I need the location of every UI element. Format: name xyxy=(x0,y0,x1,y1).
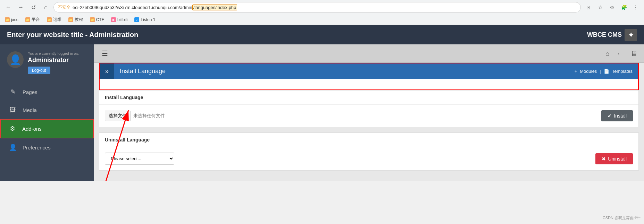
bookmark-label: 运维 xyxy=(53,17,61,23)
modules-icon: + xyxy=(575,69,577,74)
security-icon: 不安全 xyxy=(58,5,70,10)
bookmark-platform[interactable]: 📁 平台 xyxy=(24,16,41,23)
menu-button[interactable]: ⋮ xyxy=(631,2,641,12)
sidebar-item-media[interactable]: 🖼 Media xyxy=(0,101,94,119)
cms-sidebar: 👤 You are currently logged in as: Admini… xyxy=(0,44,94,181)
uninstall-button[interactable]: ✖ Uninstall xyxy=(595,153,633,164)
adblock-button[interactable]: ⊘ xyxy=(607,2,617,12)
pages-icon: ✎ xyxy=(8,87,18,97)
bookmark-button[interactable]: ☆ xyxy=(595,2,605,12)
header-spacer xyxy=(100,79,638,89)
section-title: Install Language xyxy=(114,63,569,79)
section-arrow-icon: » xyxy=(100,63,114,79)
sidebar-item-preferences[interactable]: 👤 Preferences xyxy=(0,138,94,156)
media-icon: 🖼 xyxy=(8,105,18,115)
hamburger-button[interactable]: ☰ xyxy=(99,48,111,59)
folder-icon: 📁 xyxy=(47,17,52,22)
install-form: 选择文件 未选择任何文件 ✔ Install xyxy=(105,110,633,121)
uninstall-section-body: Please select... ✖ Uninstall xyxy=(99,147,638,170)
reload-button[interactable]: ↺ xyxy=(28,2,38,12)
folder-icon: 📁 xyxy=(5,17,10,22)
logout-button[interactable]: Log-out xyxy=(28,67,50,74)
addons-icon: ⚙ xyxy=(8,124,17,133)
uninstall-x-icon: ✖ xyxy=(602,156,606,162)
browser-toolbar: ← → ↺ ⌂ 不安全 eci-2zeb0096qudzp32w3r7m.clo… xyxy=(0,0,644,15)
sidebar-username: Administrator xyxy=(28,57,87,64)
extensions-button[interactable]: 🧩 xyxy=(619,2,629,12)
uninstall-form: Please select... ✖ Uninstall xyxy=(105,153,633,165)
cast-button[interactable]: ⊡ xyxy=(584,2,593,12)
bookmark-ctf[interactable]: 📁 CTF xyxy=(89,17,106,23)
browser-chrome: ← → ↺ ⌂ 不安全 eci-2zeb0096qudzp32w3r7m.clo… xyxy=(0,0,644,25)
url-text: eci-2zeb0096qudzp32w3r7m.cloudeci1.ichun… xyxy=(73,5,576,10)
sidebar-user: 👤 You are currently logged in as: Admini… xyxy=(0,44,94,79)
home-button[interactable]: ⌂ xyxy=(41,2,51,12)
modules-link[interactable]: Modules xyxy=(580,69,597,74)
bookmark-label: 平台 xyxy=(32,17,40,23)
templates-link[interactable]: Templates xyxy=(612,69,633,74)
cms-body: 👤 You are currently logged in as: Admini… xyxy=(0,44,644,181)
bookmark-ops[interactable]: 📁 运维 xyxy=(45,16,63,23)
address-bar[interactable]: 不安全 eci-2zeb0096qudzp32w3r7m.cloudeci1.i… xyxy=(53,2,581,12)
no-file-label: 未选择任何文件 xyxy=(133,113,165,119)
sidebar-item-label: Preferences xyxy=(23,145,51,150)
folder-icon: 📁 xyxy=(68,17,73,22)
listen-icon: ♪ xyxy=(134,17,139,22)
install-section-header: Install Language xyxy=(99,91,638,105)
install-checkmark-icon: ✔ xyxy=(608,113,612,119)
section-header-outline: » Install Language + Modules | 📄 Templat… xyxy=(99,63,639,90)
bookmark-label: 教程 xyxy=(75,17,83,23)
cms-logo: WBCE CMS ✦ xyxy=(587,29,637,41)
install-button[interactable]: ✔ Install xyxy=(601,110,633,121)
bookmark-tutorial[interactable]: 📁 教程 xyxy=(67,16,84,23)
bili-icon: ▶ xyxy=(111,17,116,22)
uninstall-button-label: Uninstall xyxy=(608,156,627,162)
bookmarks-bar: 📁 jxcc 📁 平台 📁 运维 📁 教程 📁 CTF ▶ bilibili ♪… xyxy=(0,15,644,25)
back-button[interactable]: ← xyxy=(3,2,13,12)
bookmark-label: Listen 1 xyxy=(141,17,155,22)
avatar: 👤 xyxy=(7,51,24,68)
bookmark-label: CTF xyxy=(96,17,104,22)
bookmark-listen1[interactable]: ♪ Listen 1 xyxy=(133,17,157,23)
cms-logo-icon: ✦ xyxy=(625,29,637,41)
sidebar-item-addons[interactable]: ⚙ Add-ons xyxy=(0,119,94,138)
cms-wrapper: Enter your website title - Administratio… xyxy=(0,25,644,181)
forward-button[interactable]: → xyxy=(16,2,26,12)
toolbar-right: ⌂ ← 🖥 xyxy=(604,48,639,59)
cms-logo-text: WBCE CMS xyxy=(587,31,622,38)
file-input-area: 选择文件 未选择任何文件 xyxy=(105,111,165,121)
templates-icon: 📄 xyxy=(604,69,609,74)
language-select[interactable]: Please select... xyxy=(105,153,174,165)
monitor-toolbar-button[interactable]: 🖥 xyxy=(629,48,639,59)
home-toolbar-button[interactable]: ⌂ xyxy=(604,48,611,59)
folder-icon: 📁 xyxy=(25,17,30,22)
uninstall-section-header: Uninstall Language xyxy=(99,133,638,147)
bookmark-jxcc[interactable]: 📁 jxcc xyxy=(3,17,20,23)
sidebar-item-label: Pages xyxy=(23,89,37,95)
install-button-label: Install xyxy=(614,113,627,119)
folder-icon: 📁 xyxy=(90,17,95,22)
section-header: » Install Language + Modules | 📄 Templat… xyxy=(100,63,638,79)
sidebar-item-pages[interactable]: ✎ Pages xyxy=(0,83,94,101)
content-toolbar: ☰ ⌂ ← 🖥 xyxy=(94,44,644,63)
uninstall-language-section: Uninstall Language Please select... ✖ Un… xyxy=(99,132,639,171)
browser-actions: ⊡ ☆ ⊘ 🧩 ⋮ xyxy=(584,2,641,12)
logged-as-label: You are currently logged in as: xyxy=(28,51,87,55)
back-toolbar-button[interactable]: ← xyxy=(615,48,625,59)
cms-header-title: Enter your website title - Administratio… xyxy=(7,31,138,39)
install-section-body: 选择文件 未选择任何文件 ✔ Install xyxy=(99,105,638,127)
bookmark-label: bilibili xyxy=(117,17,127,22)
sidebar-user-info: You are currently logged in as: Administ… xyxy=(28,51,87,74)
toolbar-left: ☰ xyxy=(99,48,111,59)
sidebar-item-label: Add-ons xyxy=(22,126,42,132)
section-header-links: + Modules | 📄 Templates xyxy=(569,64,638,78)
sidebar-item-label: Media xyxy=(23,107,37,113)
cms-content: ☰ ⌂ ← 🖥 » Install Language + xyxy=(94,44,644,181)
preferences-icon: 👤 xyxy=(8,143,18,152)
file-choose-button[interactable]: 选择文件 xyxy=(105,111,131,121)
bookmark-bilibili[interactable]: ▶ bilibili xyxy=(110,17,129,23)
install-language-section: Install Language 选择文件 未选择任何文件 ✔ Install xyxy=(99,90,639,127)
url-highlight: /languages/index.php xyxy=(192,5,237,10)
separator: | xyxy=(600,69,601,74)
bookmark-label: jxcc xyxy=(11,17,18,22)
